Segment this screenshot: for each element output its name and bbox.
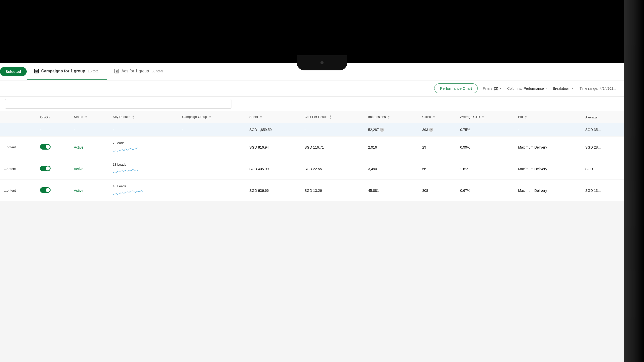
row2-key-results: 18 Leads (109, 158, 178, 180)
table-row: ...ontent Active 48 Leads (0, 180, 624, 201)
selected-badge[interactable]: Selected (0, 67, 27, 76)
impressions-info-icon[interactable]: ? (380, 128, 384, 132)
col-off-on: Off/On (36, 111, 70, 123)
row3-key-results: 48 Leads (109, 180, 178, 201)
row2-average-ctr: 1.6% (456, 158, 514, 180)
row3-toggle[interactable] (36, 180, 70, 201)
clicks-info-icon[interactable]: ? (429, 128, 433, 132)
camera-notch (297, 55, 347, 70)
filters-dropdown[interactable]: Filters (3) ▾ (483, 86, 501, 90)
row3-bid: Maximum Delivery (514, 180, 581, 201)
toolbar: Performance Chart Filters (3) ▾ Columns:… (0, 80, 624, 97)
row1-toggle[interactable] (36, 137, 70, 158)
sparkline-1 (113, 146, 138, 153)
table-row: ...ontent Active 7 Leads (0, 137, 624, 158)
columns-value: Performance (524, 86, 544, 90)
row1-cost-per-result: SGD 116.71 (300, 137, 364, 158)
col-key-results[interactable]: Key Results ▲▼ (109, 111, 178, 123)
col-cost-per-result[interactable]: Cost Per Result ▲▼ (300, 111, 364, 123)
row2-clicks: 56 (418, 158, 456, 180)
summary-key-results: - (109, 123, 178, 137)
camera-dot (320, 61, 324, 64)
table-row: ...ontent Active 18 Leads (0, 158, 624, 180)
columns-dropdown[interactable]: Columns: Performance ▾ (507, 86, 547, 90)
row1-campaign-group (178, 137, 246, 158)
impressions-info: 52,287 ? (368, 128, 414, 132)
row1-clicks: 29 (418, 137, 456, 158)
row3-clicks: 308 (418, 180, 456, 201)
table-container: Off/On Status ▲▼ Key Results ▲▼ Campaign… (0, 111, 624, 201)
time-range-dropdown[interactable]: Time range: 4/24/202... (580, 86, 616, 90)
main-content: Selected ▣ Campaigns for 1 group 15 tota… (0, 63, 624, 362)
spent-sort: ▲▼ (260, 115, 262, 119)
row2-toggle[interactable] (36, 158, 70, 180)
time-range-value: 4/24/202... (600, 86, 616, 90)
summary-name (0, 123, 36, 137)
screen-container: Selected ▣ Campaigns for 1 group 15 tota… (0, 0, 644, 362)
col-clicks[interactable]: Clicks ▲▼ (418, 111, 456, 123)
row1-status: Active (70, 137, 109, 158)
row1-average-ctr: 0.99% (456, 137, 514, 158)
summary-average2: SGD 35... (581, 123, 624, 137)
row1-average2: SGD 28... (581, 137, 624, 158)
row1-name: ...ontent (0, 137, 36, 158)
row1-impressions: 2,916 (364, 137, 418, 158)
average-ctr-sort: ▲▼ (482, 115, 484, 119)
summary-cost-per-result: - (300, 123, 364, 137)
breakdown-dropdown[interactable]: Breakdown ▾ (553, 86, 574, 90)
row2-bid: Maximum Delivery (514, 158, 581, 180)
device-top-frame (0, 0, 644, 63)
row2-impressions: 3,490 (364, 158, 418, 180)
row2-cost-per-result: SGD 22.55 (300, 158, 364, 180)
toggle-switch-2[interactable] (40, 166, 51, 171)
breakdown-value: Breakdown (553, 86, 571, 90)
tab-ads-count: 50 total (151, 69, 163, 73)
row3-spent: SGD 636.66 (245, 180, 300, 201)
summary-spent: SGD 1,859.59 (245, 123, 300, 137)
summary-campaign-group: - (178, 123, 246, 137)
summary-off-on: - (36, 123, 70, 137)
search-bar-row (0, 97, 624, 111)
summary-row: - - - - SGD 1,859.59 - (0, 123, 624, 137)
row3-status: Active (70, 180, 109, 201)
row1-spent: SGD 816.94 (245, 137, 300, 158)
cost-per-result-sort: ▲▼ (329, 115, 332, 119)
row3-impressions: 45,881 (364, 180, 418, 201)
bid-sort: ▲▼ (525, 115, 527, 119)
summary-status: - (70, 123, 109, 137)
tab-campaigns-label: Campaigns for 1 group (41, 69, 85, 73)
row3-average2: SGD 13... (581, 180, 624, 201)
time-range-label: Time range: (580, 86, 598, 90)
ads-icon: ▣ (114, 69, 119, 73)
col-average-ctr[interactable]: Average CTR ▲▼ (456, 111, 514, 123)
row3-name: ...ontent (0, 180, 36, 201)
campaigns-icon: ▣ (34, 69, 39, 73)
campaigns-table: Off/On Status ▲▼ Key Results ▲▼ Campaign… (0, 111, 624, 201)
impressions-sort: ▲▼ (388, 115, 390, 119)
status-sort: ▲▼ (85, 115, 87, 119)
sparkline-3 (113, 189, 143, 197)
col-status[interactable]: Status ▲▼ (70, 111, 109, 123)
col-name (0, 111, 36, 123)
performance-chart-button[interactable]: Performance Chart (434, 83, 478, 93)
tab-campaigns[interactable]: ▣ Campaigns for 1 group 15 total (27, 63, 107, 80)
summary-average-ctr: 0.75% (456, 123, 514, 137)
col-impressions[interactable]: Impressions ▲▼ (364, 111, 418, 123)
sparkline-2 (113, 167, 138, 175)
filters-arrow: ▾ (500, 87, 501, 90)
search-input[interactable] (5, 99, 231, 109)
key-results-sort: ▲▼ (132, 115, 134, 119)
summary-impressions: 52,287 ? (364, 123, 418, 137)
col-campaign-group[interactable]: Campaign Group ▲▼ (178, 111, 246, 123)
col-bid[interactable]: Bid ▲▼ (514, 111, 581, 123)
filters-label: Filters (483, 86, 492, 90)
columns-label: Columns: (507, 86, 522, 90)
row2-status: Active (70, 158, 109, 180)
col-average2: Average (581, 111, 624, 123)
tab-ads[interactable]: ▣ Ads for 1 group 50 total (107, 63, 171, 80)
col-spent[interactable]: Spent ▲▼ (245, 111, 300, 123)
toggle-switch-1[interactable] (40, 144, 51, 150)
toggle-switch-3[interactable] (40, 187, 51, 193)
tab-ads-label: Ads for 1 group (122, 69, 149, 73)
row2-average2: SGD 11... (581, 158, 624, 180)
